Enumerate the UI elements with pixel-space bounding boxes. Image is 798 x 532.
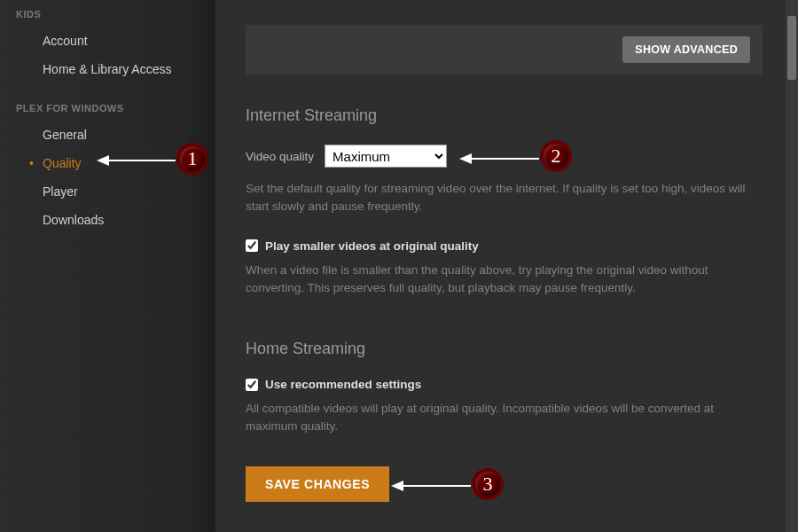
sidebar-header-kids: KIDS [0,2,215,27]
sidebar-item-quality[interactable]: Quality [0,149,215,177]
show-advanced-button[interactable]: SHOW ADVANCED [622,36,750,63]
sidebar-item-downloads[interactable]: Downloads [0,206,215,234]
play-smaller-row: Play smaller videos at original quality [246,239,763,253]
sidebar-header-plex-windows: PLEX FOR WINDOWS [0,96,215,121]
play-smaller-checkbox[interactable] [246,239,258,252]
recommended-row: Use recommended settings [246,378,763,391]
save-changes-button[interactable]: SAVE CHANGES [246,466,389,502]
scrollbar[interactable] [786,0,798,532]
advanced-bar: SHOW ADVANCED [246,25,763,74]
recommended-label: Use recommended settings [265,378,421,391]
play-smaller-help: When a video file is smaller than the qu… [246,262,751,298]
scroll-thumb[interactable] [787,16,796,80]
sidebar-item-player[interactable]: Player [0,177,215,206]
play-smaller-label: Play smaller videos at original quality [265,239,479,253]
sidebar-item-general[interactable]: General [0,121,215,149]
content-pane: SHOW ADVANCED Internet Streaming Video q… [215,0,798,532]
section-title-home: Home Streaming [246,340,763,358]
video-quality-help: Set the default quality for streaming vi… [246,180,751,216]
recommended-checkbox[interactable] [246,379,258,391]
video-quality-label: Video quality [246,150,314,163]
video-quality-row: Video quality Maximum [246,145,763,168]
sidebar-item-home-library[interactable]: Home & Library Access [0,55,215,83]
section-title-internet: Internet Streaming [246,106,763,125]
recommended-help: All compatible videos will play at origi… [246,400,751,436]
sidebar: KIDS Account Home & Library Access PLEX … [0,0,215,532]
video-quality-select[interactable]: Maximum [325,145,447,168]
sidebar-item-account[interactable]: Account [0,27,215,55]
